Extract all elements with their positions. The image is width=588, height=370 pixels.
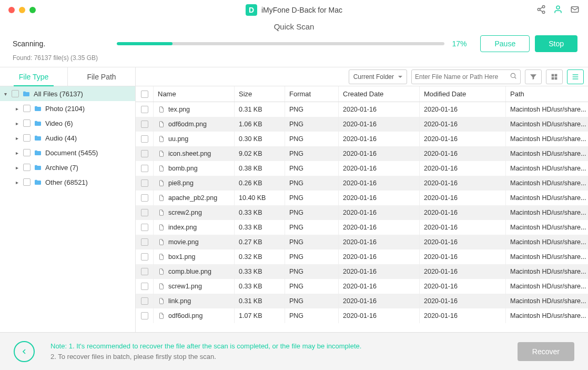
tree-checkbox[interactable] [23,105,31,112]
chevron-right-icon[interactable]: ▸ [14,121,20,126]
window-maximize-button[interactable] [29,7,36,13]
folder-icon [34,149,42,156]
chevron-right-icon[interactable]: ▸ [14,179,20,185]
tree-checkbox[interactable] [23,119,31,127]
file-path: Macintosh HD/usr/share... [506,294,588,308]
column-name[interactable]: Name [154,86,235,102]
file-path: Macintosh HD/usr/share... [506,220,588,235]
file-created: 2020-01-16 [339,191,420,205]
row-checkbox[interactable] [141,165,148,172]
table-row[interactable]: pie8.png0.26 KBPNG2020-01-162020-01-16Ma… [136,176,588,191]
row-checkbox[interactable] [141,224,148,231]
app-title: D iMyFone D-Back for Mac [246,4,342,16]
tree-item[interactable]: ▸Video (6) [0,116,135,131]
table-row[interactable]: index.png0.33 KBPNG2020-01-162020-01-16M… [136,220,588,235]
file-icon [158,120,165,128]
tree-item[interactable]: ▸Archive (7) [0,160,135,175]
row-checkbox[interactable] [141,283,148,290]
table-row[interactable]: box1.png0.32 KBPNG2020-01-162020-01-16Ma… [136,249,588,264]
row-checkbox[interactable] [141,268,148,275]
search-input[interactable] [415,73,506,81]
column-format[interactable]: Format [285,86,339,102]
share-icon[interactable] [536,5,546,16]
column-modified[interactable]: Modified Date [420,86,506,102]
tree-item[interactable]: ▾All Files (76137) [0,86,135,101]
back-button[interactable] [14,341,35,362]
tree-item[interactable]: ▸Other (68521) [0,175,135,189]
scan-mode-label: Quick Scan [0,20,588,32]
chevron-right-icon[interactable]: ▸ [14,135,20,141]
row-checkbox[interactable] [141,312,148,319]
row-checkbox[interactable] [141,135,148,143]
folder-icon [34,134,42,142]
table-row[interactable]: tex.png0.31 KBPNG2020-01-162020-01-16Mac… [136,102,588,117]
tree-checkbox[interactable] [12,90,19,97]
file-name: odf6odm.png [168,121,207,128]
column-path[interactable]: Path [506,86,588,102]
file-modified: 2020-01-16 [420,132,506,146]
column-size[interactable]: Size [235,86,285,102]
table-row[interactable]: link.png0.31 KBPNG2020-01-162020-01-16Ma… [136,294,588,308]
table-row[interactable]: icon.sheet.png9.02 KBPNG2020-01-162020-0… [136,146,588,161]
window-close-button[interactable] [8,7,15,13]
folder-icon [34,119,42,127]
tree-item[interactable]: ▸Document (5455) [0,145,135,160]
user-icon[interactable] [553,5,563,16]
table-row[interactable]: screw2.png0.33 KBPNG2020-01-162020-01-16… [136,205,588,220]
column-created[interactable]: Created Date [339,86,420,102]
chevron-right-icon[interactable]: ▸ [14,165,20,171]
header-checkbox[interactable] [136,86,154,102]
file-created: 2020-01-16 [339,308,420,323]
table-row[interactable]: comp.blue.png0.33 KBPNG2020-01-162020-01… [136,264,588,279]
app-logo-icon: D [246,4,257,16]
tree-item[interactable]: ▸Photo (2104) [0,101,135,116]
file-created: 2020-01-16 [339,294,420,308]
row-checkbox[interactable] [141,179,148,187]
row-checkbox[interactable] [141,121,148,128]
svg-point-2 [542,11,545,14]
file-name: pie8.png [168,179,194,187]
tree-checkbox[interactable] [23,164,31,171]
filter-button[interactable] [525,69,542,84]
search-icon[interactable] [510,72,517,81]
table-row[interactable]: odf6odi.png1.07 KBPNG2020-01-162020-01-1… [136,308,588,323]
row-checkbox[interactable] [141,297,148,305]
table-row[interactable]: movie.png0.27 KBPNG2020-01-162020-01-16M… [136,235,588,249]
recover-button[interactable]: Recover [518,342,574,361]
svg-rect-8 [552,77,554,79]
table-row[interactable]: odf6odm.png1.06 KBPNG2020-01-162020-01-1… [136,117,588,132]
mail-icon[interactable] [570,5,580,16]
file-modified: 2020-01-16 [420,249,506,264]
file-path: Macintosh HD/usr/share... [506,191,588,205]
stop-button[interactable]: Stop [535,35,577,52]
chevron-down-icon[interactable]: ▾ [2,91,8,97]
row-checkbox[interactable] [141,238,148,246]
table-row[interactable]: bomb.png0.38 KBPNG2020-01-162020-01-16Ma… [136,161,588,176]
row-checkbox[interactable] [141,106,148,113]
chevron-right-icon[interactable]: ▸ [14,150,20,156]
tab-file-path[interactable]: File Path [68,67,135,86]
table-row[interactable]: screw1.png0.33 KBPNG2020-01-162020-01-16… [136,279,588,294]
row-checkbox[interactable] [141,253,148,261]
table-row[interactable]: uu.png0.30 KBPNG2020-01-162020-01-16Maci… [136,132,588,146]
svg-point-5 [511,73,515,77]
search-box[interactable] [411,69,521,84]
window-minimize-button[interactable] [19,7,25,13]
tree-checkbox[interactable] [23,178,31,186]
row-checkbox[interactable] [141,194,148,202]
tab-file-type[interactable]: File Type [0,67,68,86]
grid-view-button[interactable] [546,69,563,84]
tree-item[interactable]: ▸Audio (44) [0,131,135,145]
tree-checkbox[interactable] [23,134,31,142]
file-name: comp.blue.png [168,268,211,275]
list-view-button[interactable] [567,69,584,84]
folder-select[interactable]: Current Folder [349,69,407,84]
table-row[interactable]: apache_pb2.png10.40 KBPNG2020-01-162020-… [136,191,588,205]
tree-checkbox[interactable] [23,149,31,156]
row-checkbox[interactable] [141,150,148,157]
pause-button[interactable]: Pause [480,35,530,52]
chevron-right-icon[interactable]: ▸ [14,106,20,112]
row-checkbox[interactable] [141,209,148,216]
note-line-2: 2. To recover files in batch, please fir… [50,352,502,362]
file-size: 0.33 KB [235,264,285,279]
